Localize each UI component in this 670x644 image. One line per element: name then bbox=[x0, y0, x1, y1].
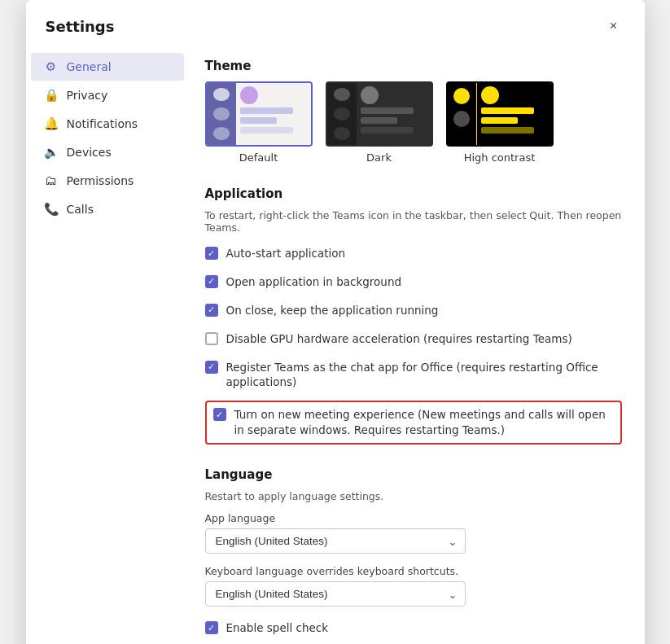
sidebar-item-label-calls: Calls bbox=[67, 203, 94, 216]
theme-option-hc[interactable]: High contrast bbox=[446, 81, 554, 164]
checkbox-onclose-input[interactable]: ✓ bbox=[205, 304, 218, 317]
sidebar-item-devices[interactable]: 🔈 Devices bbox=[31, 138, 184, 166]
sidebar-item-general[interactable]: ⚙ General bbox=[31, 53, 184, 81]
sidebar-item-calls[interactable]: 📞 Calls bbox=[31, 195, 184, 223]
theme-preview-dark bbox=[326, 81, 433, 147]
checkbox-gpu-input[interactable] bbox=[205, 332, 218, 345]
privacy-icon: 🔒 bbox=[44, 88, 59, 103]
checkbox-spellcheck-input[interactable]: ✓ bbox=[205, 621, 218, 634]
main-content: Theme bbox=[189, 46, 645, 644]
language-section: Language Restart to apply language setti… bbox=[205, 467, 622, 638]
general-icon: ⚙ bbox=[44, 59, 59, 74]
sidebar-item-label-devices: Devices bbox=[67, 146, 112, 159]
sidebar-item-label-notifications: Notifications bbox=[67, 117, 138, 130]
theme-options-row: Default bbox=[205, 81, 622, 164]
sidebar-item-notifications[interactable]: 🔔 Notifications bbox=[31, 110, 184, 138]
theme-preview-default bbox=[205, 81, 313, 147]
checkbox-background: ✓ Open application in background bbox=[205, 272, 622, 292]
theme-title: Theme bbox=[205, 59, 622, 73]
application-title: Application bbox=[205, 186, 622, 201]
checkbox-autostart-label: Auto-start application bbox=[226, 246, 346, 261]
checkbox-spellcheck: ✓ Enable spell check bbox=[205, 618, 622, 638]
checkbox-spellcheck-label: Enable spell check bbox=[226, 620, 329, 636]
sidebar-item-permissions[interactable]: 🗂 Permissions bbox=[31, 167, 184, 195]
permissions-icon: 🗂 bbox=[44, 173, 59, 188]
theme-preview-hc bbox=[446, 81, 554, 147]
notifications-icon: 🔔 bbox=[44, 116, 59, 131]
dialog-body: ⚙ General🔒 Privacy🔔 Notifications🔈 Devic… bbox=[26, 46, 645, 644]
checkbox-background-label: Open application in background bbox=[226, 274, 402, 290]
settings-dialog: Settings × ⚙ General🔒 Privacy🔔 Notificat… bbox=[26, 0, 645, 644]
checkbox-newmeeting-input[interactable]: ✓ bbox=[213, 408, 226, 421]
language-title: Language bbox=[205, 467, 622, 482]
dialog-title: Settings bbox=[46, 18, 115, 35]
checkbox-onclose: ✓ On close, keep the application running bbox=[205, 300, 622, 321]
keyboard-language-select-wrapper: English (United States) ⌄ bbox=[205, 581, 466, 607]
theme-label-dark: Dark bbox=[366, 151, 392, 164]
theme-option-default[interactable]: Default bbox=[205, 81, 313, 164]
theme-label-default: Default bbox=[239, 151, 278, 164]
sidebar-item-privacy[interactable]: 🔒 Privacy bbox=[31, 81, 184, 109]
checkbox-newmeeting-label: Turn on new meeting experience (New meet… bbox=[234, 407, 614, 438]
app-language-select[interactable]: English (United States) bbox=[205, 528, 466, 554]
app-language-select-wrapper: English (United States) ⌄ bbox=[205, 528, 466, 554]
calls-icon: 📞 bbox=[44, 202, 59, 217]
checkbox-autostart: ✓ Auto-start application bbox=[205, 243, 622, 264]
theme-option-dark[interactable]: Dark bbox=[326, 81, 433, 164]
sidebar: ⚙ General🔒 Privacy🔔 Notifications🔈 Devic… bbox=[26, 46, 189, 644]
checkbox-autostart-input[interactable]: ✓ bbox=[205, 247, 218, 260]
close-button[interactable]: × bbox=[602, 15, 625, 37]
checkbox-gpu-label: Disable GPU hardware acceleration (requi… bbox=[226, 331, 572, 347]
application-hint: To restart, right-click the Teams icon i… bbox=[205, 209, 622, 234]
checkbox-gpu: Disable GPU hardware acceleration (requi… bbox=[205, 329, 622, 349]
sidebar-item-label-privacy: Privacy bbox=[67, 89, 108, 102]
checkbox-newmeeting: ✓ Turn on new meeting experience (New me… bbox=[205, 401, 622, 445]
theme-label-hc: High contrast bbox=[464, 151, 536, 164]
devices-icon: 🔈 bbox=[44, 145, 59, 160]
keyboard-language-select[interactable]: English (United States) bbox=[205, 581, 466, 607]
language-hint: Restart to apply language settings. bbox=[205, 490, 622, 502]
checkbox-chatapp-input[interactable]: ✓ bbox=[205, 361, 218, 374]
theme-section: Theme bbox=[205, 59, 622, 164]
dialog-header: Settings × bbox=[26, 0, 645, 46]
checkbox-chatapp-label: Register Teams as the chat app for Offic… bbox=[226, 360, 622, 391]
keyboard-language-label: Keyboard language overrides keyboard sho… bbox=[205, 565, 622, 577]
application-section: Application To restart, right-click the … bbox=[205, 186, 622, 445]
checkbox-chatapp: ✓ Register Teams as the chat app for Off… bbox=[205, 357, 622, 393]
app-language-label: App language bbox=[205, 512, 622, 524]
sidebar-item-label-permissions: Permissions bbox=[67, 174, 134, 187]
checkbox-background-input[interactable]: ✓ bbox=[205, 275, 218, 288]
sidebar-item-label-general: General bbox=[67, 60, 112, 73]
checkbox-onclose-label: On close, keep the application running bbox=[226, 303, 439, 318]
